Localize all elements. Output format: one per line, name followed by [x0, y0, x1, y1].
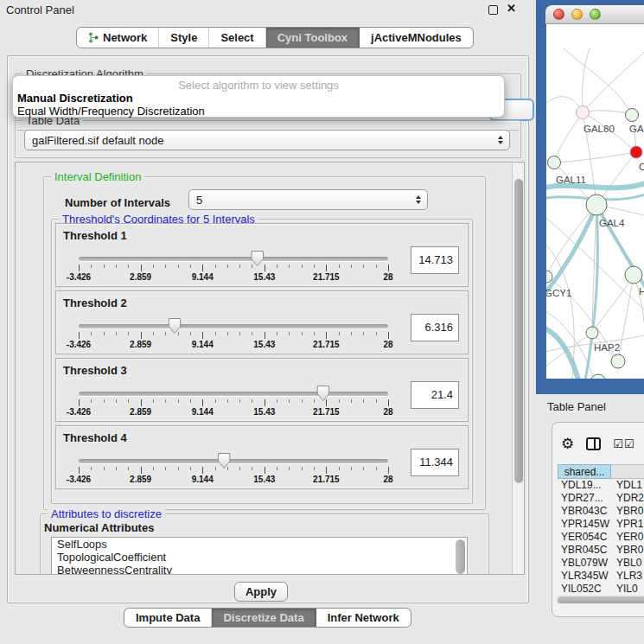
- table-row[interactable]: YDR27... YDR2: [558, 492, 644, 505]
- network-icon: [88, 32, 99, 43]
- table-row[interactable]: YBR045C YBR0: [558, 544, 644, 557]
- tab[interactable]: Discretize Data: [212, 609, 316, 627]
- network-graph: GAL80 GA C GAL11 GAL4 GCY1 H HAP2: [546, 24, 644, 379]
- tick-label: -3.426: [67, 272, 91, 282]
- gear-icon[interactable]: ⚙: [561, 435, 574, 453]
- table-row[interactable]: YLR345W YLR3: [558, 570, 644, 583]
- slider-scale-labels: -3.4262.8599.14415.4321.71528: [79, 475, 388, 485]
- vertical-scrollbar[interactable]: [512, 163, 525, 575]
- table-data-combobox[interactable]: galFiltered.sif default node: [24, 130, 510, 150]
- tab-label: Infer Network: [328, 611, 399, 624]
- tab-label: Discretize Data: [223, 611, 303, 624]
- node-label: GAL11: [556, 175, 586, 185]
- horizontal-scrollbar[interactable]: [556, 596, 644, 604]
- node-label: C: [639, 162, 644, 172]
- thresholds-group: Threshold's Coordinates for 5 Intervals …: [51, 219, 473, 504]
- zoom-traffic-light-icon[interactable]: [590, 9, 601, 20]
- threshold-label: Threshold 1: [63, 229, 127, 242]
- tick-label: 15.43: [253, 407, 275, 417]
- split-columns-icon[interactable]: [586, 437, 601, 450]
- group-title: Interval Definition: [51, 170, 144, 183]
- list-item[interactable]: BetweennessCentrality: [52, 564, 467, 575]
- table-panel-titlebar: Table Panel: [536, 394, 644, 418]
- network-node: [625, 266, 642, 284]
- node-label: GCY1: [546, 288, 571, 298]
- list-item[interactable]: SelfLoops: [52, 538, 467, 551]
- table-toolbar: ⚙ ☑☑: [552, 423, 644, 464]
- slider-scale-labels: -3.4262.8599.14415.4321.71528: [79, 407, 388, 418]
- table-row[interactable]: YDL19... YDL1: [558, 479, 644, 492]
- tick-label: -3.426: [67, 340, 91, 349]
- node-table: shared... na YDL19... YDL1 YDR27... YDR2…: [558, 464, 644, 596]
- threshold-slider[interactable]: [79, 392, 388, 396]
- network-node: [548, 156, 561, 169]
- tick-label: 2.859: [130, 340, 151, 349]
- table-data-group: Table Data galFiltered.sif default node: [15, 120, 521, 158]
- network-node: [626, 109, 639, 122]
- minimize-traffic-light-icon[interactable]: [571, 9, 583, 20]
- tab[interactable]: Network: [77, 28, 159, 48]
- threshold-value-field[interactable]: 6.316: [411, 314, 459, 341]
- network-window-titlebar[interactable]: [545, 5, 644, 24]
- tick-label: 15.43: [253, 340, 275, 349]
- close-icon[interactable]: ✕: [507, 2, 516, 15]
- scrollbar-thumb[interactable]: [514, 179, 523, 483]
- table-row[interactable]: YPR145W YPR1: [558, 518, 644, 531]
- tick-label: 2.859: [130, 272, 151, 282]
- checkbox-checked-icons[interactable]: ☑☑: [613, 437, 634, 450]
- tick-label: 9.144: [192, 407, 214, 417]
- dropdown-option[interactable]: Equal Width/Frequency Discretization: [13, 105, 504, 118]
- threshold-slider[interactable]: [79, 459, 388, 463]
- tick-label: 9.144: [192, 340, 214, 349]
- tab[interactable]: Impute Data: [124, 609, 212, 627]
- group-title: Attributes to discretize: [48, 507, 165, 520]
- table-row[interactable]: YER054C YER0: [558, 531, 644, 544]
- tick-label: -3.426: [67, 407, 91, 417]
- dropdown-option[interactable]: Manual Discretization: [13, 92, 504, 105]
- spinner-arrows-icon: [416, 195, 421, 204]
- tick-label: 28: [383, 475, 392, 484]
- network-canvas[interactable]: GAL80 GA C GAL11 GAL4 GCY1 H HAP2: [546, 24, 644, 379]
- tick-label: 21.715: [313, 407, 340, 417]
- tab[interactable]: Cyni Toolbox: [266, 28, 360, 48]
- float-window-icon[interactable]: [488, 5, 498, 15]
- node-label: H: [639, 286, 644, 296]
- tab[interactable]: jActiveMNodules: [360, 28, 473, 48]
- slider-ticks: [79, 332, 389, 339]
- cyni-toolbox-panel: Discretization Algorithm Select algorith…: [7, 55, 529, 603]
- list-scrollbar[interactable]: [456, 539, 465, 574]
- slider-ticks: [79, 265, 389, 271]
- threshold-label: Threshold 3: [63, 364, 127, 377]
- table-row[interactable]: YBL079W YBL0: [558, 557, 644, 570]
- number-of-intervals-combobox[interactable]: 5: [188, 189, 428, 210]
- threshold-value-field[interactable]: 21.4: [411, 381, 459, 409]
- spinner-arrows-icon: [498, 136, 503, 144]
- panel-title: Control Panel: [0, 3, 74, 16]
- tab-label: Cyni Toolbox: [277, 31, 348, 44]
- threshold-slider[interactable]: [79, 324, 388, 328]
- tab-label: Select: [220, 31, 253, 44]
- number-of-intervals-label: Number of Intervals: [65, 196, 170, 209]
- threshold-label: Threshold 4: [63, 431, 127, 444]
- bottom-tab-bar: Impute Data Discretize Data Infer Networ…: [124, 608, 411, 628]
- slider-scale-labels: -3.4262.8599.14415.4321.71528: [79, 272, 388, 283]
- threshold-value-field[interactable]: 14.713: [411, 246, 459, 274]
- threshold-row: Threshold 2 -3.4262.8599.14415.4321.7152…: [55, 290, 469, 354]
- node-label: GAL80: [583, 124, 615, 134]
- column-header-name[interactable]: na: [611, 464, 644, 479]
- list-item[interactable]: TopologicalCoefficient: [52, 551, 467, 564]
- close-traffic-light-icon[interactable]: [553, 9, 564, 20]
- apply-button[interactable]: Apply: [234, 582, 288, 602]
- tick-label: 2.859: [130, 475, 151, 484]
- table-row[interactable]: YBR043C YBR0: [558, 505, 644, 518]
- threshold-value-field[interactable]: 11.344: [411, 449, 459, 476]
- tab[interactable]: Select: [209, 28, 265, 48]
- control-panel-titlebar: Control Panel: [0, 0, 536, 19]
- tick-label: 15.43: [253, 475, 275, 484]
- scrollbar-thumb[interactable]: [558, 596, 644, 603]
- threshold-slider[interactable]: [79, 257, 388, 261]
- column-header-shared-name[interactable]: shared...: [558, 464, 611, 479]
- tab[interactable]: Infer Network: [316, 609, 411, 627]
- table-row[interactable]: YIL052C YIL0: [558, 583, 644, 596]
- tab[interactable]: Style: [159, 28, 209, 48]
